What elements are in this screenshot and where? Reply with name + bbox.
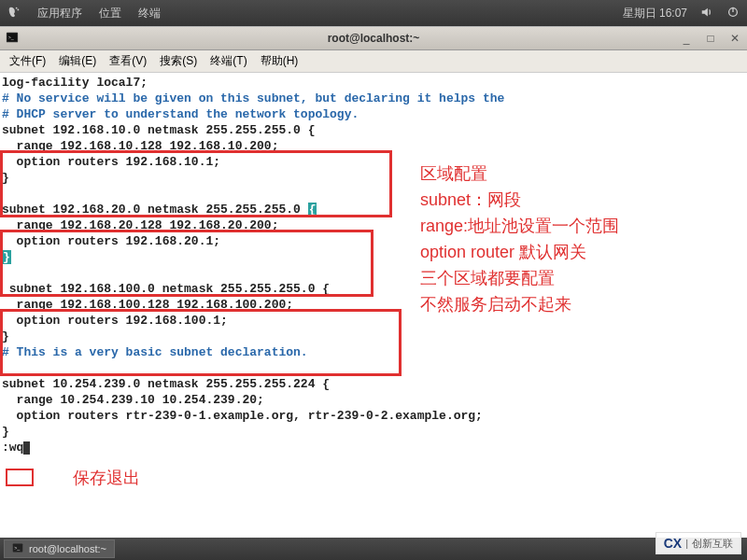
watermark-text: 创新互联 [692,537,733,551]
code-line: } [2,170,745,186]
code-comment: # DHCP server to understand the network … [2,106,745,122]
terminal-icon: >_ [12,542,23,555]
close-button[interactable]: ✕ [728,32,741,45]
vim-command: :wq [2,440,745,455]
code-line: log-facility local7; [2,75,745,91]
volume-icon[interactable] [700,6,713,21]
menu-bar: 文件(F) 编辑(E) 查看(V) 搜索(S) 终端(T) 帮助(H) [0,50,747,73]
minimize-button[interactable]: _ [680,32,693,45]
taskbar-item[interactable]: >_ root@localhost:~ [4,539,115,558]
code-line: option routers 192.168.10.1; [2,154,745,170]
menu-help[interactable]: 帮助(H) [261,53,299,69]
code-comment: # This is a very basic subnet declaratio… [2,344,745,360]
code-line: option routers 192.168.100.1; [2,313,745,329]
top-panel: 应用程序 位置 终端 星期日 16:07 [0,0,747,26]
highlight-box-wq [6,469,34,486]
menu-search[interactable]: 搜索(S) [160,53,197,69]
svg-point-0 [16,7,18,8]
code-comment: # No service will be given on this subne… [2,91,745,106]
clock[interactable]: 星期日 16:07 [623,6,687,21]
code-line: range 10.254.239.10 10.254.239.20; [2,392,745,408]
code-line: range 192.168.100.128 192.168.100.200; [2,297,745,313]
taskbar: >_ root@localhost:~ [0,538,747,560]
terminal-title-icon: >_ [6,31,19,47]
taskbar-label: root@localhost:~ [29,543,106,554]
foot-icon [7,6,21,21]
terminal-area[interactable]: log-facility local7; # No service will b… [0,73,747,545]
menu-edit[interactable]: 编辑(E) [59,53,96,69]
code-line: } [2,249,745,265]
code-line: range 192.168.10.128 192.168.10.200; [2,138,745,154]
code-line [2,186,745,202]
code-line: option routers rtr-239-0-1.example.org, … [2,408,745,424]
code-line: option routers 192.168.20.1; [2,233,745,249]
watermark: CX | 创新互联 [655,532,741,554]
code-line: } [2,424,745,440]
code-line [2,360,745,376]
annotation-save: 保存退出 [73,465,140,491]
svg-text:>_: >_ [14,545,20,551]
code-line [2,265,745,281]
code-line: subnet 192.168.20.0 netmask 255.255.255.… [2,202,745,217]
watermark-logo-icon: CX [664,536,682,551]
places-menu[interactable]: 位置 [99,6,121,21]
code-line: subnet 192.168.10.0 netmask 255.255.255.… [2,122,745,138]
annotation: 区域配置 subnet：网段 range:地址池设置一个范围 option ro… [420,161,619,317]
maximize-button[interactable]: □ [704,32,717,45]
apps-menu[interactable]: 应用程序 [37,6,82,21]
code-line: subnet 10.254.239.0 netmask 255.255.255.… [2,376,745,392]
code-line: range 192.168.20.128 192.168.20.200; [2,217,745,233]
svg-point-1 [18,8,20,10]
terminal-menu[interactable]: 终端 [138,6,161,21]
svg-text:>_: >_ [8,34,14,39]
power-icon[interactable] [726,6,740,21]
window-title-bar: >_ root@localhost:~ _ □ ✕ [0,26,747,50]
window-title: root@localhost:~ [328,32,420,45]
menu-file[interactable]: 文件(F) [9,53,46,69]
menu-terminal[interactable]: 终端(T) [210,53,247,69]
code-line: } [2,329,745,344]
code-line: subnet 192.168.100.0 netmask 255.255.255… [2,281,745,297]
menu-view[interactable]: 查看(V) [109,53,147,69]
